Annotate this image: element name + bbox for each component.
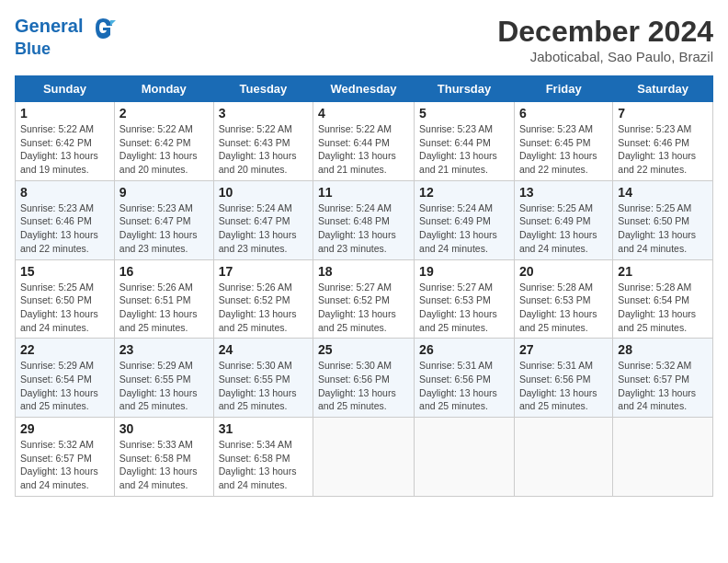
day-detail: Sunrise: 5:29 AM Sunset: 6:55 PM Dayligh… xyxy=(119,359,209,413)
calendar-cell: 17Sunrise: 5:26 AM Sunset: 6:52 PM Dayli… xyxy=(213,259,313,339)
day-detail: Sunrise: 5:27 AM Sunset: 6:53 PM Dayligh… xyxy=(419,281,509,335)
header-thursday: Thursday xyxy=(415,76,515,102)
day-number: 8 xyxy=(20,185,109,200)
header-sunday: Sunday xyxy=(16,76,115,102)
day-detail: Sunrise: 5:26 AM Sunset: 6:52 PM Dayligh… xyxy=(219,281,308,335)
calendar-cell: 7Sunrise: 5:23 AM Sunset: 6:46 PM Daylig… xyxy=(613,102,713,181)
day-detail: Sunrise: 5:26 AM Sunset: 6:51 PM Dayligh… xyxy=(119,281,209,335)
day-detail: Sunrise: 5:25 AM Sunset: 6:49 PM Dayligh… xyxy=(519,201,608,256)
week-row-2: 8Sunrise: 5:23 AM Sunset: 6:46 PM Daylig… xyxy=(16,180,713,259)
day-number: 23 xyxy=(119,342,209,357)
day-number: 21 xyxy=(618,264,708,279)
week-row-5: 29Sunrise: 5:32 AM Sunset: 6:57 PM Dayli… xyxy=(16,418,713,497)
calendar-cell: 9Sunrise: 5:23 AM Sunset: 6:47 PM Daylig… xyxy=(114,180,213,259)
day-detail: Sunrise: 5:24 AM Sunset: 6:47 PM Dayligh… xyxy=(219,201,308,256)
calendar-cell: 8Sunrise: 5:23 AM Sunset: 6:46 PM Daylig… xyxy=(16,180,115,259)
day-number: 7 xyxy=(618,106,708,121)
day-detail: Sunrise: 5:22 AM Sunset: 6:43 PM Dayligh… xyxy=(219,122,308,177)
calendar-cell: 3Sunrise: 5:22 AM Sunset: 6:43 PM Daylig… xyxy=(213,102,313,181)
calendar-cell: 16Sunrise: 5:26 AM Sunset: 6:51 PM Dayli… xyxy=(114,259,213,339)
day-number: 27 xyxy=(519,342,608,357)
calendar-cell: 20Sunrise: 5:28 AM Sunset: 6:53 PM Dayli… xyxy=(514,259,612,339)
day-number: 14 xyxy=(618,185,708,200)
day-detail: Sunrise: 5:34 AM Sunset: 6:58 PM Dayligh… xyxy=(219,438,308,492)
calendar-cell: 2Sunrise: 5:22 AM Sunset: 6:42 PM Daylig… xyxy=(114,102,213,181)
calendar-cell: 13Sunrise: 5:25 AM Sunset: 6:49 PM Dayli… xyxy=(514,180,612,259)
week-row-4: 22Sunrise: 5:29 AM Sunset: 6:54 PM Dayli… xyxy=(16,339,713,418)
calendar-cell xyxy=(514,418,612,497)
day-detail: Sunrise: 5:33 AM Sunset: 6:58 PM Dayligh… xyxy=(119,438,209,492)
day-number: 20 xyxy=(519,264,608,279)
day-detail: Sunrise: 5:23 AM Sunset: 6:45 PM Dayligh… xyxy=(519,122,608,177)
calendar-body: 1Sunrise: 5:22 AM Sunset: 6:42 PM Daylig… xyxy=(16,102,713,497)
day-detail: Sunrise: 5:24 AM Sunset: 6:49 PM Dayligh… xyxy=(419,201,509,256)
day-number: 6 xyxy=(519,106,608,121)
day-number: 24 xyxy=(219,342,308,357)
calendar-cell: 4Sunrise: 5:22 AM Sunset: 6:44 PM Daylig… xyxy=(313,102,415,181)
calendar-cell: 24Sunrise: 5:30 AM Sunset: 6:55 PM Dayli… xyxy=(213,339,313,418)
header-wednesday: Wednesday xyxy=(313,76,415,102)
day-number: 25 xyxy=(318,342,409,357)
calendar-cell: 31Sunrise: 5:34 AM Sunset: 6:58 PM Dayli… xyxy=(213,418,313,497)
day-number: 19 xyxy=(419,264,509,279)
day-number: 5 xyxy=(419,106,509,121)
day-number: 2 xyxy=(119,106,209,121)
calendar-cell: 6Sunrise: 5:23 AM Sunset: 6:45 PM Daylig… xyxy=(514,102,612,181)
logo-general: General xyxy=(15,16,83,36)
calendar-cell: 28Sunrise: 5:32 AM Sunset: 6:57 PM Dayli… xyxy=(613,339,713,418)
logo-blue: Blue xyxy=(15,40,51,58)
calendar-cell xyxy=(313,418,415,497)
day-detail: Sunrise: 5:30 AM Sunset: 6:55 PM Dayligh… xyxy=(219,359,308,413)
day-detail: Sunrise: 5:23 AM Sunset: 6:46 PM Dayligh… xyxy=(20,201,109,256)
calendar-cell: 12Sunrise: 5:24 AM Sunset: 6:49 PM Dayli… xyxy=(415,180,515,259)
day-detail: Sunrise: 5:23 AM Sunset: 6:44 PM Dayligh… xyxy=(419,122,509,177)
day-detail: Sunrise: 5:32 AM Sunset: 6:57 PM Dayligh… xyxy=(20,438,109,492)
day-detail: Sunrise: 5:23 AM Sunset: 6:46 PM Dayligh… xyxy=(618,122,708,177)
header-tuesday: Tuesday xyxy=(213,76,313,102)
calendar-table: SundayMondayTuesdayWednesdayThursdayFrid… xyxy=(15,75,713,497)
day-number: 4 xyxy=(318,106,409,121)
calendar-cell: 23Sunrise: 5:29 AM Sunset: 6:55 PM Dayli… xyxy=(114,339,213,418)
day-number: 11 xyxy=(318,185,409,200)
calendar-title: December 2024 xyxy=(497,15,713,49)
calendar-cell: 10Sunrise: 5:24 AM Sunset: 6:47 PM Dayli… xyxy=(213,180,313,259)
calendar-cell: 25Sunrise: 5:30 AM Sunset: 6:56 PM Dayli… xyxy=(313,339,415,418)
day-number: 17 xyxy=(219,264,308,279)
day-number: 30 xyxy=(119,421,209,436)
calendar-cell: 18Sunrise: 5:27 AM Sunset: 6:52 PM Dayli… xyxy=(313,259,415,339)
day-detail: Sunrise: 5:27 AM Sunset: 6:52 PM Dayligh… xyxy=(318,281,409,335)
calendar-cell: 21Sunrise: 5:28 AM Sunset: 6:54 PM Dayli… xyxy=(613,259,713,339)
calendar-cell: 30Sunrise: 5:33 AM Sunset: 6:58 PM Dayli… xyxy=(114,418,213,497)
calendar-cell: 11Sunrise: 5:24 AM Sunset: 6:48 PM Dayli… xyxy=(313,180,415,259)
header-saturday: Saturday xyxy=(613,76,713,102)
day-number: 1 xyxy=(20,106,109,121)
day-detail: Sunrise: 5:29 AM Sunset: 6:54 PM Dayligh… xyxy=(20,359,109,413)
day-detail: Sunrise: 5:31 AM Sunset: 6:56 PM Dayligh… xyxy=(419,359,509,413)
day-number: 15 xyxy=(20,264,109,279)
day-number: 12 xyxy=(419,185,509,200)
day-number: 22 xyxy=(20,342,109,357)
day-detail: Sunrise: 5:22 AM Sunset: 6:42 PM Dayligh… xyxy=(20,122,109,177)
day-number: 18 xyxy=(318,264,409,279)
day-number: 16 xyxy=(119,264,209,279)
header-monday: Monday xyxy=(114,76,213,102)
calendar-cell: 26Sunrise: 5:31 AM Sunset: 6:56 PM Dayli… xyxy=(415,339,515,418)
day-detail: Sunrise: 5:23 AM Sunset: 6:47 PM Dayligh… xyxy=(119,201,209,256)
title-block: December 2024 Jaboticabal, Sao Paulo, Br… xyxy=(497,15,713,64)
day-detail: Sunrise: 5:24 AM Sunset: 6:48 PM Dayligh… xyxy=(318,201,409,256)
calendar-cell: 5Sunrise: 5:23 AM Sunset: 6:44 PM Daylig… xyxy=(415,102,515,181)
calendar-cell: 14Sunrise: 5:25 AM Sunset: 6:50 PM Dayli… xyxy=(613,180,713,259)
day-detail: Sunrise: 5:28 AM Sunset: 6:53 PM Dayligh… xyxy=(519,281,608,335)
calendar-subtitle: Jaboticabal, Sao Paulo, Brazil xyxy=(497,49,713,64)
day-detail: Sunrise: 5:32 AM Sunset: 6:57 PM Dayligh… xyxy=(618,359,708,413)
calendar-cell: 15Sunrise: 5:25 AM Sunset: 6:50 PM Dayli… xyxy=(16,259,115,339)
day-number: 10 xyxy=(219,185,308,200)
calendar-cell: 29Sunrise: 5:32 AM Sunset: 6:57 PM Dayli… xyxy=(16,418,115,497)
header-friday: Friday xyxy=(514,76,612,102)
day-number: 3 xyxy=(219,106,308,121)
week-row-3: 15Sunrise: 5:25 AM Sunset: 6:50 PM Dayli… xyxy=(16,259,713,339)
page-header: General Blue December 2024 Jaboticabal, … xyxy=(15,15,713,64)
calendar-cell xyxy=(613,418,713,497)
day-detail: Sunrise: 5:25 AM Sunset: 6:50 PM Dayligh… xyxy=(618,201,708,256)
calendar-cell: 19Sunrise: 5:27 AM Sunset: 6:53 PM Dayli… xyxy=(415,259,515,339)
